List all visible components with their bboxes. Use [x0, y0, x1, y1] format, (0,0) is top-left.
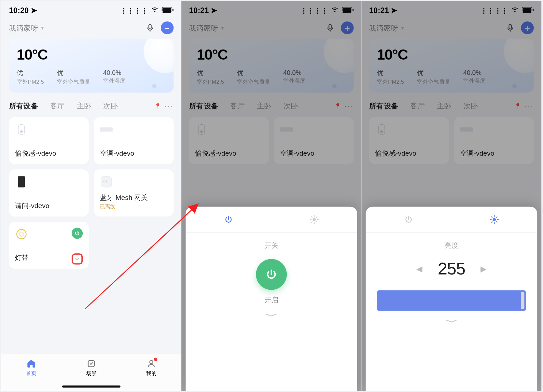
sheet-tab-power[interactable]: [186, 207, 271, 232]
scene-icon: [86, 358, 97, 369]
weather-cell: 优室外PM2.5: [17, 69, 44, 86]
svg-rect-22: [509, 24, 511, 29]
ac-icon: [280, 123, 293, 136]
weather-cell: 优室外空气质量: [57, 69, 90, 86]
expand-chevron-icon[interactable]: [72, 253, 83, 264]
wifi-icon: [511, 5, 519, 15]
tab-home[interactable]: 首页: [1, 358, 61, 377]
room-tab-active[interactable]: 所有设备: [9, 101, 38, 111]
sheet-tab-brightness[interactable]: [272, 207, 357, 232]
device-card[interactable]: 愉悦感-vdevo: [369, 117, 449, 164]
gateway-icon: ᯤ: [100, 175, 113, 189]
svg-rect-7: [342, 7, 351, 11]
brightness-value-row: ◀ 255 ▶: [366, 259, 537, 278]
sheet-collapse-chevron-icon[interactable]: [366, 319, 537, 324]
room-more-button[interactable]: 📍···: [334, 102, 354, 111]
microphone-button[interactable]: [326, 23, 335, 33]
weather-card[interactable]: 10°C 优室外PM2.5 优室外空气质量 40.0%室外湿度: [9, 39, 174, 93]
room-tab[interactable]: 客厅: [50, 101, 65, 111]
room-more-button[interactable]: 📍···: [154, 102, 174, 111]
room-more-button[interactable]: 📍···: [514, 102, 534, 111]
svg-rect-3: [149, 24, 151, 29]
device-card[interactable]: 空调-vdevo: [274, 117, 354, 164]
svg-line-18: [316, 217, 317, 217]
status-bar: 10:20➤ ⋮⋮⋮⋮: [1, 1, 181, 20]
light-icon: [15, 228, 28, 241]
home-selector[interactable]: 我滴家呀▼: [369, 23, 405, 33]
wifi-icon: [151, 6, 159, 15]
device-card[interactable]: 请问-vdevo: [9, 169, 89, 217]
device-card[interactable]: ᯤ 蓝牙 Mesh 网关已离线: [94, 169, 174, 217]
svg-line-16: [316, 222, 317, 222]
svg-rect-9: [329, 24, 331, 29]
device-card[interactable]: 空调-vdevo: [94, 117, 174, 164]
app-header: 我滴家呀▼ ＋: [1, 20, 181, 39]
svg-point-10: [313, 218, 316, 221]
tab-scene[interactable]: 场景: [61, 358, 121, 377]
phone-2: 10:21➤ ⋮⋮⋮⋮ 我滴家呀▼ ＋ 10°C 优室外PM2.5 优室外空气质…: [181, 1, 361, 391]
thermometer-icon: [15, 123, 28, 136]
add-button[interactable]: ＋: [341, 21, 354, 35]
phone-3: 10:21➤ ⋮⋮⋮⋮ 我滴家呀▼ ＋ 10°C 优室外PM2.5 优室外空气质…: [361, 1, 541, 391]
home-selector[interactable]: 我滴家呀▼: [189, 23, 225, 33]
add-button[interactable]: ＋: [521, 21, 534, 35]
sheet-tab-brightness[interactable]: [452, 207, 537, 232]
sheet-tab-power[interactable]: [366, 207, 451, 232]
status-time: 10:20➤: [9, 6, 37, 15]
bottom-sheet-brightness: 亮度 ◀ 255 ▶: [366, 207, 537, 391]
temperature: 10°C: [17, 46, 166, 63]
three-phone-stage: 10:20➤ ⋮⋮⋮⋮ 我滴家呀▼: [1, 1, 543, 391]
microphone-button[interactable]: [506, 23, 515, 33]
battery-icon: [342, 6, 354, 15]
location-icon: ➤: [31, 6, 37, 14]
tab-me[interactable]: 我的: [121, 358, 181, 377]
sheet-collapse-chevron-icon[interactable]: [186, 313, 357, 318]
location-icon: ➤: [211, 6, 217, 14]
wifi-icon: [331, 5, 339, 15]
svg-point-23: [493, 218, 496, 221]
weather-card[interactable]: 10°C 优室外PM2.5 优室外空气质量 40.0%室外湿度: [189, 39, 354, 93]
home-icon: [26, 358, 36, 369]
power-toggle[interactable]: [72, 228, 83, 239]
device-card[interactable]: 愉悦感-vdevo: [189, 117, 269, 164]
svg-rect-2: [173, 8, 174, 11]
battery-icon: [522, 6, 534, 15]
svg-point-5: [150, 360, 153, 364]
svg-rect-8: [353, 8, 354, 11]
signal-icon: ⋮⋮⋮⋮: [120, 6, 148, 14]
brightness-value: 255: [438, 259, 465, 278]
room-tabs: 所有设备 客厅 主卧 次卧 📍···: [1, 92, 181, 117]
signal-icon: ⋮⋮⋮⋮: [300, 6, 328, 14]
slider-thumb[interactable]: [521, 292, 524, 309]
sheet-title: 开关: [186, 241, 357, 250]
microphone-button[interactable]: [145, 23, 155, 33]
increase-button[interactable]: ▶: [480, 264, 486, 273]
caret-down-icon: ▼: [40, 25, 45, 31]
home-selector[interactable]: 我滴家呀▼: [9, 23, 45, 33]
room-tab[interactable]: 主卧: [257, 101, 272, 111]
status-time: 10:21➤: [189, 6, 217, 15]
svg-line-17: [312, 222, 312, 222]
room-tab[interactable]: 次卧: [103, 101, 118, 111]
ac-icon: [100, 123, 113, 136]
device-card[interactable]: 空调-vdevo: [454, 117, 534, 164]
big-power-button[interactable]: [256, 259, 287, 290]
room-tab[interactable]: 客厅: [230, 101, 245, 111]
room-tab-active[interactable]: 所有设备: [189, 101, 218, 111]
svg-line-15: [312, 217, 312, 217]
brightness-slider[interactable]: [377, 290, 526, 311]
device-card[interactable]: 愉悦感-vdevo: [9, 117, 89, 164]
svg-rect-21: [533, 8, 534, 11]
svg-line-28: [492, 217, 492, 217]
device-card-lightstrip[interactable]: 灯带: [9, 222, 89, 269]
svg-line-30: [492, 222, 492, 222]
add-button[interactable]: ＋: [161, 21, 174, 35]
room-tab[interactable]: 次卧: [284, 101, 298, 111]
svg-rect-20: [522, 7, 531, 11]
power-state-label: 开启: [186, 296, 357, 305]
decrease-button[interactable]: ◀: [416, 264, 422, 273]
device-grid: 愉悦感-vdevo 空调-vdevo 请问-vdevo ᯤ 蓝牙 Mesh 网关…: [1, 117, 181, 269]
status-bar: 10:21➤ ⋮⋮⋮⋮: [181, 1, 361, 20]
room-tab[interactable]: 主卧: [77, 101, 91, 111]
battery-icon: [162, 6, 174, 15]
